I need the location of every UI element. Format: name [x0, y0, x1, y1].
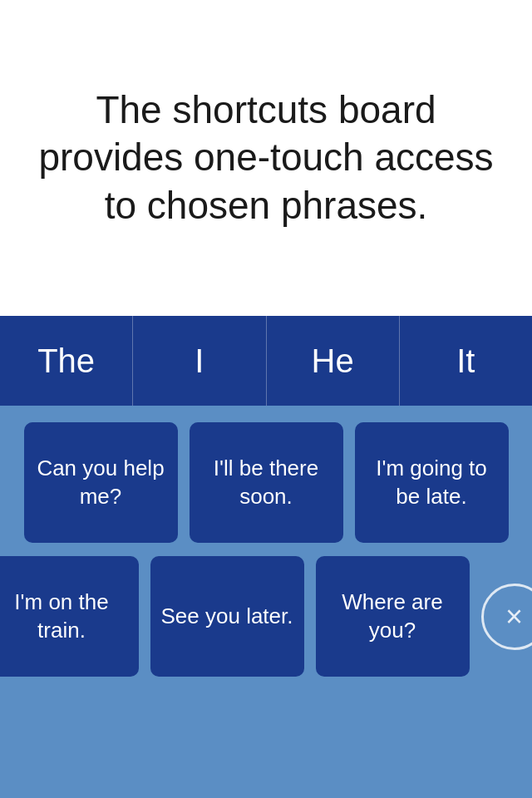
shortcut-tab-it[interactable]: It — [400, 316, 532, 406]
phrase-card-be-there-soon[interactable]: I'll be there soon. — [190, 422, 343, 543]
phrases-section: Can you help me? I'll be there soon. I'm… — [0, 406, 532, 798]
main-description: The shortcuts board provides one-touch a… — [33, 86, 499, 230]
phrase-card-going-to-be-late[interactable]: I'm going to be late. — [355, 422, 509, 543]
phrases-row-2: I'm on the train. See you later. Where a… — [12, 556, 520, 677]
close-button[interactable]: × — [481, 584, 533, 650]
shortcut-tab-he[interactable]: He — [267, 316, 400, 406]
row2-inner: I'm on the train. See you later. Where a… — [0, 556, 532, 677]
phrase-card-on-the-train[interactable]: I'm on the train. — [0, 556, 139, 677]
phrase-card-where-are-you[interactable]: Where are you? — [316, 556, 470, 677]
shortcuts-bar: The I He It — [0, 316, 532, 406]
phrases-row-1: Can you help me? I'll be there soon. I'm… — [12, 422, 520, 543]
shortcut-tab-i[interactable]: I — [133, 316, 266, 406]
top-section: The shortcuts board provides one-touch a… — [0, 0, 532, 316]
phrase-card-see-you-later[interactable]: See you later. — [150, 556, 304, 677]
shortcut-tab-the[interactable]: The — [0, 316, 133, 406]
phrase-card-can-you-help[interactable]: Can you help me? — [24, 422, 178, 543]
